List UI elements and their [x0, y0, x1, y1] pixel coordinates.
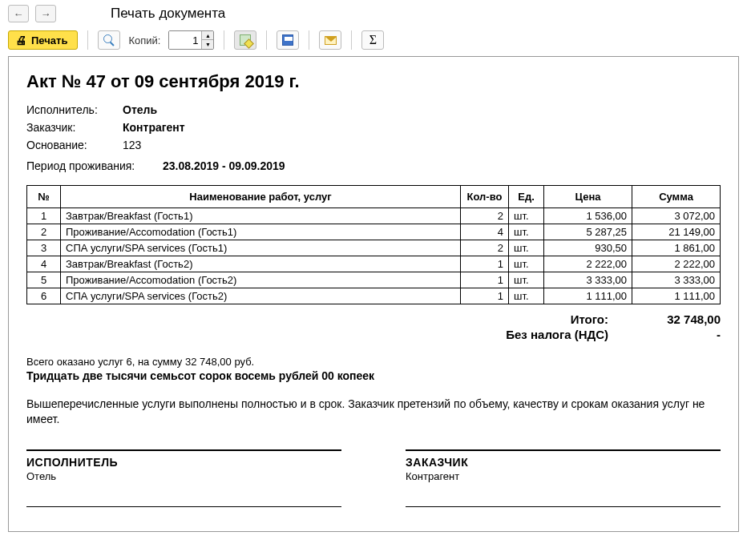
- cell-name: СПА услуги/SPA services (Гость1): [61, 240, 461, 256]
- toolbar-divider: [309, 30, 309, 50]
- performer-signature-block: ИСПОЛНИТЕЛЬ Отель: [26, 449, 341, 507]
- send-email-button[interactable]: [319, 30, 341, 50]
- table-row: 1Завтрак/Breakfast (Гость1)2шт.1 536,003…: [27, 208, 721, 224]
- cell-price: 3 333,00: [544, 272, 632, 288]
- nav-forward-button[interactable]: →: [35, 5, 56, 22]
- customer-label: Заказчик:: [26, 121, 123, 134]
- cell-unit: шт.: [509, 208, 544, 224]
- sum-button[interactable]: Σ: [361, 30, 384, 50]
- performer-sig-name: Отель: [26, 470, 341, 482]
- customer-sig-name: Контрагент: [406, 470, 721, 482]
- items-table: № Наименование работ, услуг Кол-во Ед. Ц…: [26, 185, 721, 304]
- cell-unit: шт.: [509, 288, 544, 304]
- period-label: Период проживания:: [26, 159, 163, 172]
- cell-unit: шт.: [509, 256, 544, 272]
- period-value: 23.08.2019 - 09.09.2019: [163, 159, 285, 172]
- cell-num: 4: [27, 256, 61, 272]
- print-button-label: Печать: [31, 34, 67, 46]
- sigma-icon: Σ: [369, 34, 377, 46]
- cell-sum: 21 149,00: [632, 224, 721, 240]
- printer-icon: [15, 34, 26, 46]
- tax-label: Без налога (НДС): [506, 328, 608, 341]
- toolbar-divider: [87, 30, 88, 50]
- edit-button[interactable]: [234, 30, 256, 50]
- copies-up-button[interactable]: ▲: [202, 31, 213, 40]
- table-row: 6СПА услуги/SPA services (Гость2)1шт.1 1…: [27, 288, 721, 304]
- cell-unit: шт.: [509, 240, 544, 256]
- cell-name: Завтрак/Breakfast (Гость2): [61, 256, 461, 272]
- col-name: Наименование работ, услуг: [61, 186, 461, 208]
- table-row: 5Проживание/Accomodation (Гость2)1шт.3 3…: [27, 272, 721, 288]
- cell-num: 2: [27, 224, 61, 240]
- table-row: 2Проживание/Accomodation (Гость1)4шт.5 2…: [27, 224, 721, 240]
- table-row: 3СПА услуги/SPA services (Гость1)2шт.930…: [27, 240, 721, 256]
- nav-back-button[interactable]: ←: [8, 5, 29, 22]
- document-heading: Акт № 47 от 09 сентября 2019 г.: [26, 71, 721, 92]
- copies-input[interactable]: [169, 31, 201, 49]
- cell-num: 1: [27, 208, 61, 224]
- cell-num: 6: [27, 288, 61, 304]
- cell-unit: шт.: [509, 224, 544, 240]
- cell-sum: 3 072,00: [632, 208, 721, 224]
- cell-sum: 1 111,00: [632, 288, 721, 304]
- cell-price: 2 222,00: [544, 256, 632, 272]
- col-qty: Кол-во: [461, 186, 509, 208]
- cell-name: СПА услуги/SPA services (Гость2): [61, 288, 461, 304]
- magnifier-icon: [103, 34, 115, 46]
- col-num: №: [27, 186, 61, 208]
- floppy-icon: [282, 34, 293, 46]
- cell-qty: 1: [461, 272, 509, 288]
- edit-icon: [240, 34, 251, 46]
- total-label: Итого:: [571, 312, 608, 326]
- toolbar-divider: [224, 30, 224, 50]
- cell-name: Завтрак/Breakfast (Гость1): [61, 208, 461, 224]
- copies-down-button[interactable]: ▼: [202, 40, 213, 49]
- cell-sum: 2 222,00: [632, 256, 721, 272]
- completion-note: Вышеперечисленные услуги выполнены полно…: [26, 397, 721, 427]
- document-area: Акт № 47 от 09 сентября 2019 г. Исполнит…: [8, 56, 739, 532]
- arrow-left-icon: ←: [14, 8, 24, 20]
- copies-label: Копий:: [128, 34, 160, 46]
- toolbar-divider: [266, 30, 267, 50]
- cell-price: 1 111,00: [544, 288, 632, 304]
- cell-price: 5 287,25: [544, 224, 632, 240]
- arrow-right-icon: →: [41, 8, 51, 20]
- envelope-icon: [325, 36, 337, 45]
- table-header-row: № Наименование работ, услуг Кол-во Ед. Ц…: [27, 186, 721, 208]
- cell-price: 1 536,00: [544, 208, 632, 224]
- total-value: 32 748,00: [632, 312, 721, 326]
- toolbar-divider: [351, 30, 352, 50]
- table-row: 4Завтрак/Breakfast (Гость2)1шт.2 222,002…: [27, 256, 721, 272]
- cell-qty: 1: [461, 256, 509, 272]
- cell-qty: 1: [461, 288, 509, 304]
- cell-qty: 2: [461, 208, 509, 224]
- customer-signature-block: ЗАКАЗЧИК Контрагент: [406, 449, 721, 507]
- col-sum: Сумма: [632, 186, 721, 208]
- basis-label: Основание:: [26, 139, 123, 151]
- performer-value: Отель: [123, 103, 157, 116]
- basis-value: 123: [123, 139, 141, 151]
- cell-num: 3: [27, 240, 61, 256]
- tax-value: -: [632, 328, 721, 341]
- cell-name: Проживание/Accomodation (Гость2): [61, 272, 461, 288]
- cell-sum: 1 861,00: [632, 240, 721, 256]
- preview-button[interactable]: [98, 30, 120, 50]
- copies-spinner[interactable]: ▲ ▼: [168, 30, 214, 50]
- cell-qty: 2: [461, 240, 509, 256]
- amount-in-words: Тридцать две тысячи семьсот сорок восемь…: [26, 369, 721, 382]
- cell-sum: 3 333,00: [632, 272, 721, 288]
- cell-qty: 4: [461, 224, 509, 240]
- print-button[interactable]: Печать: [8, 30, 78, 50]
- performer-label: Исполнитель:: [26, 103, 123, 116]
- col-unit: Ед.: [509, 186, 544, 208]
- cell-unit: шт.: [509, 272, 544, 288]
- summary-line: Всего оказано услуг 6, на сумму 32 748,0…: [26, 356, 721, 368]
- cell-num: 5: [27, 272, 61, 288]
- customer-value: Контрагент: [123, 121, 185, 134]
- page-title: Печать документа: [111, 6, 225, 22]
- col-price: Цена: [544, 186, 632, 208]
- save-button[interactable]: [277, 30, 299, 50]
- customer-sig-title: ЗАКАЗЧИК: [406, 456, 721, 469]
- cell-name: Проживание/Accomodation (Гость1): [61, 224, 461, 240]
- cell-price: 930,50: [544, 240, 632, 256]
